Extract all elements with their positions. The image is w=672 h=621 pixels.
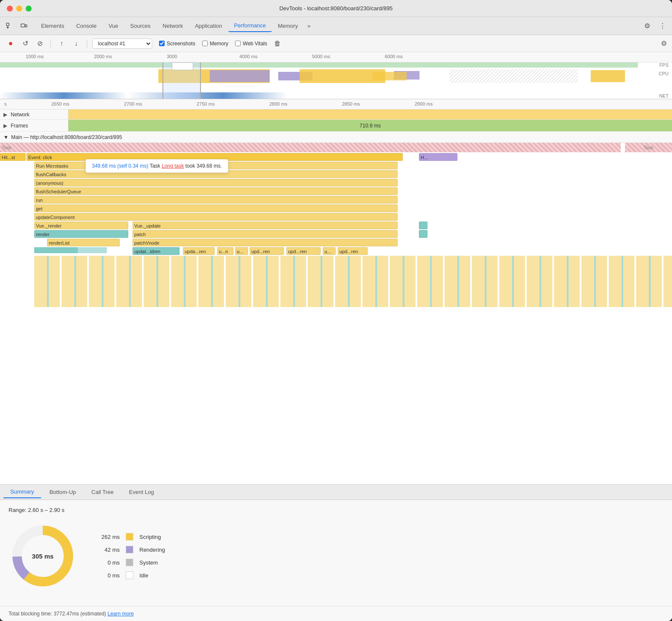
- idle-color: [126, 571, 133, 579]
- flame-bar-upd-ren-1[interactable]: upd...ren: [250, 247, 284, 255]
- upload-button[interactable]: ↑: [56, 38, 67, 49]
- device-icon[interactable]: [18, 20, 30, 32]
- svg-rect-0: [6, 23, 9, 26]
- overview-mark-6000: 6000 ms: [385, 54, 403, 59]
- network-track-header[interactable]: ▶ Network: [0, 109, 68, 119]
- ruler-mark-2750: 2750 ms: [197, 101, 215, 106]
- donut-center: 305 ms: [32, 553, 54, 560]
- clear-button[interactable]: 🗑: [274, 40, 281, 47]
- memory-checkbox[interactable]: [202, 41, 208, 46]
- legend-system: 0 ms System: [94, 559, 165, 566]
- flame-bar-vue-update[interactable]: Vue._update: [133, 222, 398, 229]
- main-track-header: ▼ Main — http://localhost:8080/board/230…: [0, 132, 672, 143]
- blocking-time-text: Total blocking time: 3772.47ms (estimate…: [9, 611, 106, 617]
- ruler-mark-2700: 2700 ms: [124, 101, 142, 106]
- cpu-bar-container: [0, 68, 638, 84]
- url-select[interactable]: localhost #1: [92, 38, 152, 49]
- flame-bars-container[interactable]: Hit...st Event: click H... Run Microtask…: [0, 152, 672, 315]
- range-text: Range: 2.60 s – 2.90 s: [9, 507, 663, 513]
- flame-bar-patch-vnode[interactable]: patchVnode: [133, 239, 398, 246]
- network-track-body: [68, 109, 672, 119]
- flame-bar-update-component[interactable]: updateComponent: [34, 213, 398, 221]
- minimize-button[interactable]: [16, 6, 22, 12]
- performance-toolbar: ● ↺ ⊘ ↑ ↓ localhost #1 Screenshots Memor…: [0, 35, 672, 52]
- system-label: System: [139, 559, 158, 566]
- flame-bar-right-2[interactable]: [419, 230, 427, 238]
- reload-button[interactable]: ↺: [20, 38, 31, 49]
- flame-bar-upd-ren-2[interactable]: upd...ren: [286, 247, 321, 255]
- flame-chart[interactable]: Task Task Hit...st Event: click H... Run…: [0, 143, 672, 484]
- tab-vue[interactable]: Vue: [103, 20, 124, 32]
- legend-rendering: 42 ms Rendering: [94, 546, 165, 553]
- learn-more-link[interactable]: Learn more: [107, 611, 133, 617]
- screenshots-checkbox[interactable]: [159, 41, 165, 46]
- timeline-selection[interactable]: [162, 62, 201, 99]
- flame-bar-vue-render[interactable]: Vue._render: [34, 222, 128, 229]
- flame-bar-get[interactable]: get: [34, 204, 398, 212]
- traffic-lights: [7, 6, 32, 12]
- legend-idle: 0 ms Idle: [94, 571, 165, 579]
- tab-event-log[interactable]: Event Log: [122, 486, 161, 498]
- maximize-button[interactable]: [26, 6, 32, 12]
- web-vitals-checkbox[interactable]: [235, 41, 241, 46]
- capture-settings-button[interactable]: ⚙: [661, 39, 667, 47]
- task-label: Task: [0, 145, 12, 150]
- timeline-area: s 2650 ms 2700 ms 2750 ms 2800 ms 2850 m…: [0, 99, 672, 484]
- rendering-label: Rendering: [139, 547, 165, 553]
- tooltip-long-task[interactable]: Long task: [162, 163, 184, 169]
- tab-more[interactable]: »: [304, 21, 314, 31]
- flame-bar-patch[interactable]: patch: [133, 230, 398, 238]
- flame-bar-upda-ren[interactable]: upda...ren: [183, 247, 215, 255]
- bottom-tabs: Summary Bottom-Up Call Tree Event Log: [0, 485, 672, 500]
- tab-performance[interactable]: Performance: [228, 20, 272, 32]
- tab-elements[interactable]: Elements: [35, 20, 70, 32]
- flame-bar-u1[interactable]: u...: [235, 247, 248, 255]
- network-track: ▶ Network: [0, 109, 672, 120]
- fps-label: FPS: [660, 62, 669, 68]
- flame-bar-run[interactable]: run: [34, 196, 398, 204]
- tab-console[interactable]: Console: [70, 20, 103, 32]
- tab-summary[interactable]: Summary: [3, 486, 41, 498]
- flame-bar-un[interactable]: u...n: [217, 247, 233, 255]
- flame-bar-u2[interactable]: u...: [323, 247, 336, 255]
- flame-bar-flush-scheduler[interactable]: flushSchedulerQueue: [34, 187, 398, 195]
- screenshots-checkbox-label[interactable]: Screenshots: [159, 41, 195, 47]
- close-button[interactable]: [7, 6, 13, 12]
- flame-bar-render-list[interactable]: renderList: [47, 239, 120, 246]
- task-right-label: Task: [644, 145, 654, 150]
- donut-chart: 305 ms: [9, 522, 77, 590]
- frames-track: ▶ Frames 710.9 ms: [0, 120, 672, 132]
- flame-bar-upd-ren-3[interactable]: upd...ren: [338, 247, 368, 255]
- tooltip-suffix: took 349.68 ms.: [186, 163, 222, 169]
- inspect-icon[interactable]: [3, 20, 15, 32]
- tab-memory[interactable]: Memory: [272, 20, 304, 32]
- flame-bar-h[interactable]: H...: [419, 153, 457, 161]
- frames-track-header[interactable]: ▶ Frames: [0, 120, 68, 131]
- flame-bar-hitst[interactable]: Hit...st: [0, 153, 26, 161]
- tab-sources[interactable]: Sources: [124, 20, 157, 32]
- overview-area[interactable]: 1000 ms 2000 ms 3000 4000 ms 5000 ms 600…: [0, 52, 672, 99]
- cpu-label: CPU: [659, 71, 669, 76]
- tab-settings-group: ⚙ ⋮: [641, 20, 669, 32]
- overview-mark-3000: 3000: [167, 54, 177, 59]
- stop-button[interactable]: ⊘: [34, 38, 45, 49]
- tab-bottom-up[interactable]: Bottom-Up: [43, 486, 83, 498]
- download-button[interactable]: ↓: [71, 38, 82, 49]
- settings-icon[interactable]: ⚙: [641, 20, 653, 32]
- timeline-ruler: s 2650 ms 2700 ms 2750 ms 2800 ms 2850 m…: [0, 99, 672, 109]
- flame-bar-anonymous[interactable]: (anonymous): [34, 179, 398, 186]
- tab-network[interactable]: Network: [156, 20, 189, 32]
- web-vitals-checkbox-label[interactable]: Web Vitals: [235, 41, 267, 47]
- svg-rect-5: [210, 70, 270, 82]
- flame-bar-render[interactable]: render: [34, 230, 128, 238]
- more-options-icon[interactable]: ⋮: [657, 20, 669, 32]
- tab-call-tree[interactable]: Call Tree: [85, 486, 121, 498]
- memory-checkbox-label[interactable]: Memory: [202, 41, 228, 47]
- flame-bar-right-1[interactable]: [419, 222, 427, 229]
- flame-bar-updat-ldren[interactable]: updat...ldren: [133, 247, 180, 255]
- rendering-value: 42 ms: [94, 547, 120, 553]
- bottom-panel: Summary Bottom-Up Call Tree Event Log Ra…: [0, 484, 672, 621]
- tab-icon-group: [3, 20, 30, 32]
- tab-application[interactable]: Application: [189, 20, 228, 32]
- record-button[interactable]: ●: [5, 38, 16, 49]
